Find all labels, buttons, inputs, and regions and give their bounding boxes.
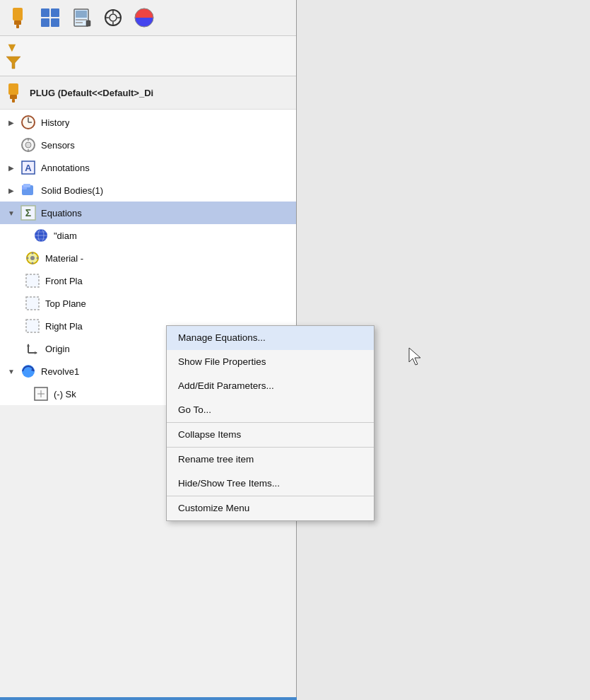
target-button[interactable]	[99, 4, 127, 31]
annotations-label: Annotations	[41, 163, 90, 173]
context-menu-go-to[interactable]: Go To...	[167, 398, 374, 422]
svg-rect-22	[10, 95, 17, 99]
right-plane-label: Right Pla	[45, 321, 83, 332]
tree-item-history[interactable]: ▶ History	[0, 111, 296, 134]
history-label: History	[41, 117, 69, 128]
revolve-icon	[20, 363, 37, 380]
right-plane-icon	[24, 317, 41, 334]
front-plane-label: Front Pla	[45, 276, 83, 286]
svg-marker-55	[35, 351, 37, 354]
feature-tree-button[interactable]	[37, 4, 65, 31]
context-menu: Manage Equations... Show File Properties…	[166, 325, 374, 521]
rename-tree-label: Rename tree item	[178, 454, 254, 465]
customize-menu-label: Customize Menu	[178, 503, 249, 513]
svg-rect-21	[8, 83, 18, 95]
sensor-icon	[20, 136, 37, 153]
svg-rect-50	[26, 297, 39, 310]
svg-rect-11	[86, 21, 90, 26]
svg-text:Σ: Σ	[25, 207, 31, 218]
tree-item-top-plane[interactable]: ▶ Top Plane	[0, 292, 296, 315]
plug-button[interactable]	[6, 4, 34, 31]
history-icon	[20, 114, 37, 131]
globe-small-icon	[33, 227, 49, 244]
context-menu-manage-equations[interactable]: Manage Equations...	[167, 326, 374, 350]
context-menu-customize[interactable]: Customize Menu	[167, 496, 374, 520]
expand-arrow-revolve[interactable]: ▼	[7, 367, 16, 375]
svg-point-44	[30, 256, 35, 260]
svg-rect-9	[76, 19, 87, 21]
sketch-icon	[33, 385, 49, 402]
equations-icon: Σ	[20, 204, 37, 221]
add-edit-params-label: Add/Edit Parameters...	[178, 380, 274, 391]
revolve1-label: Revolve1	[41, 366, 79, 377]
front-plane-icon	[24, 272, 41, 289]
appearance-button[interactable]	[130, 4, 158, 31]
svg-marker-54	[27, 344, 30, 346]
svg-rect-49	[26, 274, 39, 287]
context-menu-add-edit-params[interactable]: Add/Edit Parameters...	[167, 374, 374, 398]
equations-label: Equations	[41, 208, 82, 218]
go-to-label: Go To...	[178, 404, 211, 415]
tree-item-solid-bodies[interactable]: ▶ Solid Bodies(1)	[0, 179, 296, 202]
manage-equations-label: Manage Equations...	[178, 332, 266, 343]
context-menu-collapse-items[interactable]: Collapse Items	[167, 423, 374, 447]
svg-text:A: A	[25, 163, 32, 173]
top-plane-label: Top Plane	[45, 298, 86, 309]
show-file-props-label: Show File Properties	[178, 356, 266, 367]
svg-point-48	[37, 257, 39, 259]
svg-point-45	[32, 252, 34, 255]
svg-rect-51	[26, 320, 39, 332]
tree-item-material[interactable]: ▶ Material -	[0, 247, 296, 269]
tree-root[interactable]: PLUG (Default<<Default>_Di	[0, 76, 296, 110]
svg-rect-2	[16, 25, 19, 28]
svg-rect-10	[76, 22, 83, 23]
hide-show-tree-label: Hide/Show Tree Items...	[178, 478, 280, 489]
svg-rect-23	[12, 99, 15, 103]
toolbar	[0, 0, 296, 36]
properties-button[interactable]	[68, 4, 96, 31]
svg-rect-5	[41, 18, 49, 27]
svg-point-28	[25, 142, 31, 148]
origin-icon	[24, 340, 41, 357]
svg-rect-3	[41, 8, 49, 17]
svg-marker-20	[6, 57, 20, 69]
tree-item-annotations[interactable]: ▶ A Annotations	[0, 156, 296, 179]
material-icon	[24, 250, 41, 267]
svg-rect-4	[51, 8, 59, 17]
origin-label: Origin	[45, 344, 70, 354]
svg-point-47	[27, 257, 29, 259]
selection-bar	[0, 697, 297, 700]
expand-arrow-annotations[interactable]: ▶	[7, 163, 16, 172]
tree-item-equations[interactable]: ▼ Σ Equations	[0, 202, 296, 224]
context-menu-hide-show-tree[interactable]: Hide/Show Tree Items...	[167, 472, 374, 496]
tree-item-diam-eq[interactable]: ▶ "diam	[0, 224, 296, 247]
svg-point-13	[110, 14, 117, 21]
svg-rect-35	[23, 184, 30, 187]
expand-arrow-history[interactable]: ▶	[7, 118, 16, 127]
svg-rect-0	[13, 8, 23, 21]
sensors-label: Sensors	[41, 140, 75, 151]
solid-bodies-icon	[20, 182, 37, 199]
filter-icon	[6, 40, 21, 56]
collapse-items-label: Collapse Items	[178, 429, 241, 440]
svg-rect-8	[76, 11, 87, 18]
expand-arrow-equations[interactable]: ▼	[7, 209, 16, 217]
annotation-icon: A	[20, 159, 37, 176]
material-label: Material -	[45, 253, 83, 264]
sketch1-label: (-) Sk	[54, 389, 76, 399]
context-menu-rename-tree[interactable]: Rename tree item	[167, 448, 374, 472]
tree-item-sensors[interactable]: ▶ Sensors	[0, 134, 296, 156]
tree-root-label: PLUG (Default<<Default>_Di	[30, 88, 153, 98]
tree-item-front-plane[interactable]: ▶ Front Pla	[0, 269, 296, 292]
svg-rect-1	[14, 21, 21, 25]
filter-bar	[0, 36, 296, 76]
solid-bodies-label: Solid Bodies(1)	[41, 185, 103, 196]
expand-arrow-solid[interactable]: ▶	[7, 186, 16, 194]
diam-eq-label: "diam	[54, 231, 77, 241]
svg-point-46	[32, 262, 34, 264]
context-menu-show-file-props[interactable]: Show File Properties	[167, 350, 374, 374]
svg-rect-6	[51, 18, 59, 27]
top-plane-icon	[24, 295, 41, 312]
